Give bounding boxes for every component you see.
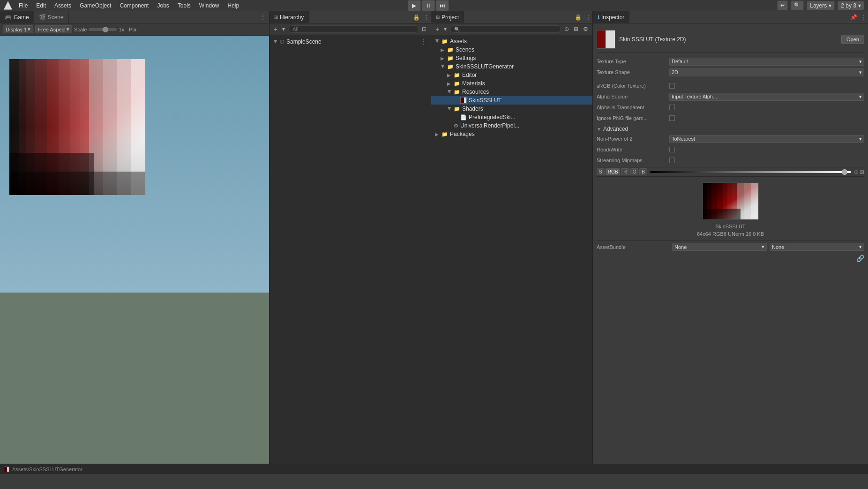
svg-rect-16 [9,172,145,195]
layers-chevron-icon: ▾ [829,2,831,9]
resources-label: Resources [462,89,489,95]
project-scenes[interactable]: ▶ 📁 Scenes [431,45,592,54]
menu-help[interactable]: Help [224,1,243,10]
hierarchy-more-icon[interactable]: ⋮ [422,13,431,22]
display-dropdown[interactable]: Display 1 ▾ [3,25,33,33]
project-resources[interactable]: ▶ 📁 Resources [431,88,592,96]
streaming-mip-checkbox[interactable] [669,158,675,163]
alpha-source-value: Input Texture Alph... [672,94,717,99]
channel-r-btn[interactable]: R [621,168,629,175]
project-search-input[interactable] [461,26,557,32]
scale-slider[interactable] [89,28,117,31]
channel-more-icon[interactable]: ⊞ [860,169,864,175]
hierarchy-add-btn[interactable]: + [272,25,279,33]
channel-options-icon[interactable]: ⊙ [854,169,859,175]
project-shaders[interactable]: ▶ 📁 Shaders [431,105,592,113]
panel-more-menu[interactable]: ⋮ [257,11,269,23]
hierarchy-content: ▶ ⬡ SampleScene ⋮ [269,35,431,464]
tab-project[interactable]: ⊞ Project [431,11,464,23]
asset-bundle-dropdown[interactable]: None ▾ [672,243,767,251]
asset-bundle-variant-dropdown[interactable]: None ▾ [770,243,864,251]
svg-rect-37 [4,467,7,472]
tab-hierarchy[interactable]: ⊞ Hierarchy [269,11,309,23]
hierarchy-search-input[interactable] [288,25,419,33]
pause-button[interactable]: ⏸ [422,0,435,11]
status-bar: Assets/SkinSSSLUTGenerator [0,464,868,474]
texture-shape-dropdown[interactable]: 2D ▾ [669,68,864,76]
menu-file[interactable]: File [15,1,31,10]
brightness-slider[interactable] [650,171,851,173]
texture-type-dropdown[interactable]: Default ▾ [669,58,864,66]
search-icon: 🔍 [454,27,460,32]
project-settings-icon[interactable]: ⚙ [582,25,590,33]
read-write-checkbox[interactable] [669,147,675,152]
inspector-texture-preview [597,182,864,220]
menu-edit[interactable]: Edit [32,1,50,10]
editor-label: Editor [462,72,477,78]
layers-dropdown[interactable]: Layers ▾ [807,1,835,10]
menu-tools[interactable]: Tools [174,1,195,10]
alpha-source-label: Alpha Source [597,94,669,99]
channel-g-btn[interactable]: G [630,168,639,175]
play-button[interactable]: ▶ [408,0,421,11]
alpha-source-dropdown[interactable]: Input Texture Alph... ▾ [669,93,864,101]
non-power-dropdown[interactable]: ToNearest ▾ [669,135,864,143]
ignore-png-checkbox[interactable] [669,115,675,121]
project-preintegrated-shader[interactable]: 📄 PreIntegratedSki... [431,113,592,121]
tab-scene[interactable]: 🎬 Scene [34,11,69,23]
transport-controls: ▶ ⏸ ⏭ [408,0,449,11]
settings-arrow-icon: ▶ [441,56,445,61]
menu-window[interactable]: Window [195,1,223,10]
project-lock-icon[interactable]: 🔒 [573,13,583,22]
ignore-png-label: Ignore PNG file gam... [597,115,669,121]
open-button[interactable]: Open [841,35,864,44]
hierarchy-lock-icon[interactable]: 🔒 [412,13,421,22]
packages-arrow-icon: ▶ [435,132,440,137]
inspector-pin-icon[interactable]: 📌 [849,13,859,22]
play-mode-label: Pla [129,27,136,32]
project-filter-icon[interactable]: ⊙ [563,25,570,33]
project-assets-root[interactable]: ▶ 📁 Assets [431,37,592,45]
channel-b-btn[interactable]: B [639,168,647,175]
aspect-dropdown[interactable]: Free Aspect ▾ [35,25,72,33]
alpha-source-chevron-icon: ▾ [859,94,862,100]
undo-button[interactable]: ↩ [777,0,788,10]
alpha-transparent-checkbox[interactable] [669,105,675,110]
game-viewport [0,36,269,464]
channel-s-btn[interactable]: S [597,168,605,175]
advanced-section-header[interactable]: ▼ Advanced [597,126,864,132]
project-more-icon[interactable]: ⋮ [584,13,592,22]
srgb-checkbox[interactable] [669,83,675,89]
bottom-icons: 🔗 [597,253,864,264]
project-arrow-btn[interactable]: ▾ [442,25,448,33]
texture-canvas [703,182,759,220]
tab-inspector[interactable]: ℹ Inspector [593,11,629,23]
bottom-link-icon[interactable]: 🔗 [856,255,864,262]
project-materials[interactable]: ▶ 📁 Materials [431,79,592,88]
project-grid-view-icon[interactable]: ⊞ [572,25,580,33]
hierarchy-icon-btn[interactable]: ⊡ [420,25,428,33]
inspector-more-icon[interactable]: ⋮ [860,13,868,22]
menu-jobs[interactable]: Jobs [153,1,172,10]
unity-logo[interactable] [4,1,12,10]
menu-assets[interactable]: Assets [51,1,75,10]
step-button[interactable]: ⏭ [436,0,449,11]
menu-component[interactable]: Component [116,1,152,10]
project-add-btn[interactable]: + [434,25,441,33]
streaming-mip-label: Streaming Mipmaps [597,158,669,163]
scene-more-icon[interactable]: ⋮ [420,38,427,45]
hierarchy-arrow-btn[interactable]: ▾ [281,25,286,33]
tab-game[interactable]: 🎮 Game [0,11,34,23]
layout-dropdown[interactable]: 2 by 3 ▾ [838,1,864,10]
project-urp[interactable]: ⚙ UniversalRenderPipel... [431,121,592,130]
menu-gameobject[interactable]: GameObject [76,1,115,10]
project-skin-generator[interactable]: ▶ 📁 SkinSSSLUTGenerator [431,62,592,71]
hierarchy-toolbar: + ▾ ⊡ [269,23,431,35]
search-button[interactable]: 🔍 [791,0,804,10]
project-settings[interactable]: ▶ 📁 Settings [431,54,592,62]
hierarchy-sample-scene[interactable]: ▶ ⬡ SampleScene ⋮ [269,37,431,46]
project-packages[interactable]: ▶ 📁 Packages [431,130,592,138]
project-skin-ssslut[interactable]: SkinSSSLUT [431,96,592,105]
project-editor[interactable]: ▶ 📁 Editor [431,71,592,79]
channel-rgb-btn[interactable]: RGB [606,168,621,175]
